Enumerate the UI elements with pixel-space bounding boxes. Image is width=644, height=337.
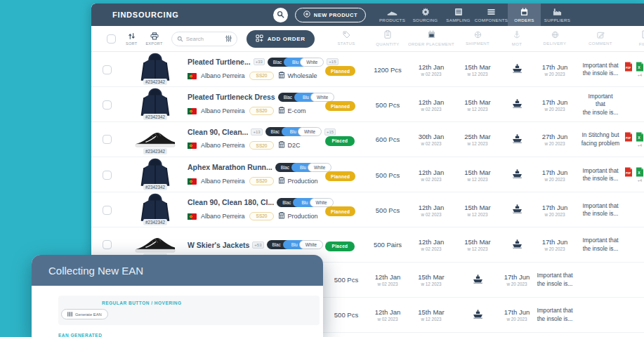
row-checkbox[interactable]: [103, 135, 112, 144]
nav-item-sourcing[interactable]: SOURCING: [409, 4, 442, 26]
global-search-button[interactable]: [273, 8, 288, 22]
nav-item-suppliers[interactable]: SUPPLIERS: [541, 4, 574, 26]
product-name: W Skier's Jackets: [188, 241, 249, 249]
product-id: #2342342: [143, 219, 167, 225]
search-input[interactable]: [186, 36, 223, 42]
xls-file-icon[interactable]: X: [636, 132, 644, 143]
ship-icon: [472, 309, 484, 322]
building-icon: [278, 212, 285, 220]
search-icon: [277, 8, 284, 21]
row-checkbox[interactable]: [103, 65, 112, 74]
collecting-ean-modal: Collecting New EAN REGULAR BUTTON / HOVE…: [32, 255, 323, 337]
shipment-date: 25th Mar: [454, 133, 501, 140]
add-order-button[interactable]: ADD ORDER: [247, 30, 315, 48]
generate-ean-button[interactable]: Generate EAN: [61, 309, 108, 319]
mot-cell: [501, 98, 533, 111]
table-row[interactable]: #2342342 Clean 90, Clean... +13 Blac Blu…: [91, 122, 644, 157]
mot-cell: [501, 63, 533, 76]
channel: Wholesale: [278, 72, 317, 80]
row-checkbox[interactable]: [103, 206, 112, 215]
channel-label: Production: [287, 178, 317, 185]
channel: Production: [278, 212, 317, 220]
table-row[interactable]: #2342342 Clean 90, Clean 180, Cl... Blac…: [91, 192, 644, 227]
comment: Important that the insole is...: [533, 307, 577, 322]
mot-cell: [501, 168, 533, 181]
product-id: #2342342: [143, 148, 167, 154]
placement-date: 12th Jan: [367, 308, 408, 316]
table-row[interactable]: #2342342 Pleated Turtleneck Dress Blac B…: [91, 87, 644, 122]
status-badge: Planned: [325, 101, 355, 111]
portugal-flag-icon: [188, 210, 197, 223]
new-product-button[interactable]: NEW PRODUCT: [295, 8, 366, 22]
sort-button[interactable]: SORT: [126, 32, 137, 46]
portugal-flag-icon: [188, 175, 197, 187]
filter-sliders-icon[interactable]: [225, 32, 232, 45]
mot-cell: [501, 204, 533, 216]
nav-item-sampling[interactable]: SAMPLING: [442, 4, 475, 26]
channel-label: E-com: [287, 107, 305, 114]
row-checkbox[interactable]: [103, 240, 112, 249]
modal-body: REGULAR BUTTON / HOVERING Generate EAN E…: [32, 286, 323, 337]
placement-date: 12th Jan: [408, 63, 454, 71]
xls-file-icon[interactable]: X: [636, 167, 644, 178]
swatch-icon: [454, 7, 463, 16]
export-button[interactable]: EXPORT: [145, 32, 162, 46]
row-checkbox[interactable]: [103, 100, 112, 110]
files-cell: PDF X +4: [624, 167, 644, 183]
comment: Important that the insole is...: [533, 272, 577, 287]
files-more-badge: +4: [638, 143, 642, 147]
status-badge: Planned: [325, 171, 355, 181]
shipment-week: w 12 2023: [454, 141, 501, 146]
channel: D2C: [278, 141, 300, 150]
quantity: 500 Pcs: [367, 101, 408, 109]
shipment-date: 15th Mar: [454, 98, 501, 106]
table-row[interactable]: #2342342 Pleated Turtlene... +33 Blac Bl…: [91, 52, 644, 87]
portugal-flag-icon: [188, 105, 197, 117]
ship-icon: [511, 168, 523, 181]
column-header-quantity: QUANTITY: [367, 30, 408, 46]
table-row[interactable]: #2342342 Aphex Marathon Runn... Blac Blu…: [91, 157, 644, 192]
placement-week: w 02 2023: [408, 141, 454, 146]
placement-date: 12th Jan: [408, 204, 454, 211]
search-box[interactable]: [171, 32, 237, 46]
delivery-week: w 20 2023: [501, 317, 533, 322]
ship-icon: [511, 98, 523, 111]
nav-item-orders[interactable]: ORDERS: [508, 4, 541, 26]
nav-item-products[interactable]: PRODUCTS: [376, 4, 409, 26]
mot-cell: [501, 239, 533, 251]
delivery-week: w 20 2023: [533, 212, 577, 217]
row-checkbox[interactable]: [103, 171, 112, 180]
select-all-checkbox[interactable]: [107, 34, 116, 44]
top-navbar: FINDSOURCING NEW PRODUCT PRODUCTS SOURCI…: [91, 4, 644, 26]
shipment-week: w 12 2023: [454, 72, 501, 77]
shipment-week: w 12 2023: [408, 317, 454, 322]
pdf-file-icon[interactable]: PDF: [624, 167, 633, 180]
factory-icon: [553, 7, 562, 16]
files-more-badge: +4: [638, 178, 642, 183]
product-name: Clean 90, Clean 180, Cl...: [188, 198, 274, 206]
quantity: 500 Pcs: [367, 171, 408, 179]
delivery-date: 27th Jun: [533, 133, 577, 140]
shipment-week: w 12 2023: [454, 246, 501, 251]
shipment-date: 15th Mar: [408, 273, 454, 281]
placement-week: w 02 2023: [408, 246, 454, 251]
pdf-file-icon[interactable]: PDF: [624, 62, 633, 74]
comment: Important that the insole is...: [577, 167, 624, 183]
delivery-week: w 20 2023: [533, 246, 577, 251]
mot-cell: [454, 274, 501, 286]
shipment-date: 15th Mar: [454, 204, 501, 211]
button-demo-box: REGULAR BUTTON / HOVERING Generate EAN: [58, 296, 320, 325]
column-header-mot: MOT: [501, 30, 533, 46]
nav-item-components[interactable]: COMPONENTS: [475, 4, 508, 26]
product-id: #2342342: [143, 184, 167, 190]
printer-icon: [150, 32, 159, 41]
channel-label: D2C: [287, 142, 300, 149]
barcode-icon: [67, 312, 73, 317]
pdf-file-icon[interactable]: PDF: [624, 132, 633, 145]
grid-plus-icon: [256, 34, 263, 44]
product-thumbnail: #2342342: [123, 52, 188, 87]
xls-file-icon[interactable]: X: [636, 62, 644, 72]
product-name: Pleated Turtlene...: [188, 58, 251, 66]
placement-date: 12th Jan: [408, 168, 454, 176]
product-thumbnail: #2342342: [123, 122, 188, 157]
